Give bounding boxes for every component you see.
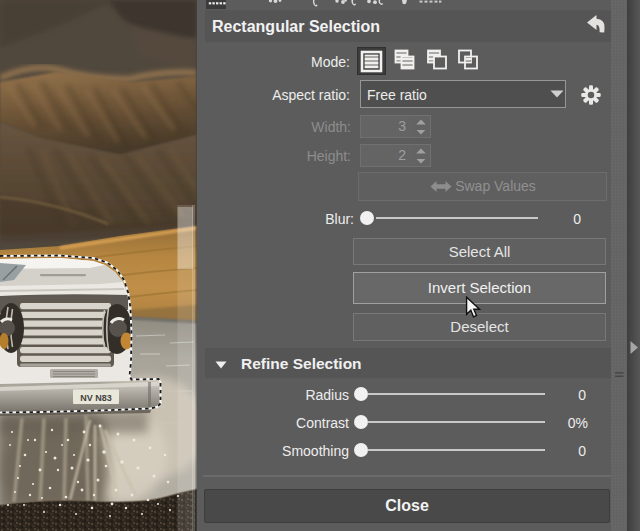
svg-text:NV N83: NV N83: [80, 393, 112, 403]
